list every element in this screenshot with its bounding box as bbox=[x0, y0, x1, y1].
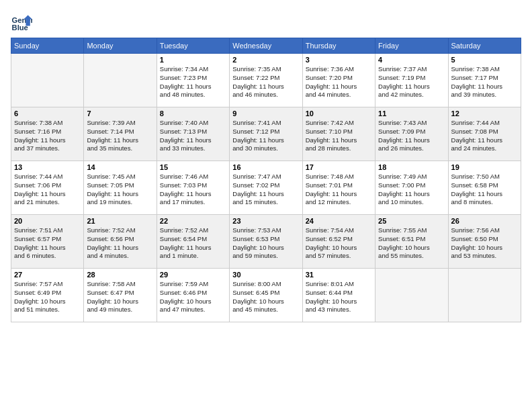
calendar-cell: 29Sunrise: 7:59 AM Sunset: 6:46 PM Dayli… bbox=[157, 269, 229, 322]
day-number: 12 bbox=[451, 109, 518, 118]
day-number: 16 bbox=[232, 163, 299, 171]
day-info: Sunrise: 7:46 AM Sunset: 7:03 PM Dayligh… bbox=[160, 173, 226, 207]
day-info: Sunrise: 7:56 AM Sunset: 6:50 PM Dayligh… bbox=[451, 226, 518, 261]
day-info: Sunrise: 7:52 AM Sunset: 6:54 PM Dayligh… bbox=[160, 226, 226, 261]
day-number: 27 bbox=[14, 271, 81, 279]
day-info: Sunrise: 7:54 AM Sunset: 6:52 PM Dayligh… bbox=[306, 226, 372, 261]
day-info: Sunrise: 7:34 AM Sunset: 7:23 PM Dayligh… bbox=[160, 65, 226, 99]
calendar-header-row: SundayMondayTuesdayWednesdayThursdayFrid… bbox=[11, 38, 521, 54]
day-number: 28 bbox=[87, 271, 153, 279]
day-header-tuesday: Tuesday bbox=[157, 38, 229, 54]
day-info: Sunrise: 7:50 AM Sunset: 6:58 PM Dayligh… bbox=[451, 173, 518, 207]
calendar-cell bbox=[448, 269, 521, 322]
calendar-cell: 31Sunrise: 8:01 AM Sunset: 6:44 PM Dayli… bbox=[302, 269, 375, 322]
day-number: 11 bbox=[378, 109, 445, 118]
day-header-saturday: Saturday bbox=[448, 38, 521, 54]
day-number: 8 bbox=[160, 109, 226, 118]
day-header-sunday: Sunday bbox=[11, 38, 84, 54]
day-info: Sunrise: 7:44 AM Sunset: 7:08 PM Dayligh… bbox=[451, 119, 518, 153]
calendar-cell: 6Sunrise: 7:38 AM Sunset: 7:16 PM Daylig… bbox=[11, 107, 84, 161]
day-number: 10 bbox=[306, 109, 372, 118]
day-info: Sunrise: 7:45 AM Sunset: 7:05 PM Dayligh… bbox=[87, 173, 153, 207]
calendar-cell: 24Sunrise: 7:54 AM Sunset: 6:52 PM Dayli… bbox=[302, 215, 375, 269]
day-info: Sunrise: 7:59 AM Sunset: 6:46 PM Dayligh… bbox=[160, 280, 226, 314]
calendar-cell: 9Sunrise: 7:41 AM Sunset: 7:12 PM Daylig… bbox=[230, 107, 302, 161]
calendar-cell: 13Sunrise: 7:44 AM Sunset: 7:06 PM Dayli… bbox=[11, 161, 84, 215]
calendar-cell: 11Sunrise: 7:43 AM Sunset: 7:09 PM Dayli… bbox=[375, 107, 448, 161]
day-info: Sunrise: 7:52 AM Sunset: 6:56 PM Dayligh… bbox=[87, 226, 153, 261]
calendar-cell: 5Sunrise: 7:38 AM Sunset: 7:17 PM Daylig… bbox=[448, 54, 521, 107]
day-number: 30 bbox=[232, 271, 299, 279]
day-number: 1 bbox=[160, 56, 226, 64]
day-number: 23 bbox=[232, 217, 299, 225]
day-info: Sunrise: 7:39 AM Sunset: 7:14 PM Dayligh… bbox=[87, 119, 153, 153]
calendar-cell: 30Sunrise: 8:00 AM Sunset: 6:45 PM Dayli… bbox=[230, 269, 302, 322]
calendar-cell: 10Sunrise: 7:42 AM Sunset: 7:10 PM Dayli… bbox=[302, 107, 375, 161]
calendar-cell: 28Sunrise: 7:58 AM Sunset: 6:47 PM Dayli… bbox=[84, 269, 157, 322]
day-header-wednesday: Wednesday bbox=[230, 38, 302, 54]
calendar-cell: 7Sunrise: 7:39 AM Sunset: 7:14 PM Daylig… bbox=[84, 107, 157, 161]
calendar-week-row: 13Sunrise: 7:44 AM Sunset: 7:06 PM Dayli… bbox=[11, 161, 521, 215]
calendar-cell: 12Sunrise: 7:44 AM Sunset: 7:08 PM Dayli… bbox=[448, 107, 521, 161]
day-number: 15 bbox=[160, 163, 226, 171]
day-number: 26 bbox=[451, 217, 518, 225]
day-info: Sunrise: 8:01 AM Sunset: 6:44 PM Dayligh… bbox=[306, 280, 372, 314]
calendar-cell: 26Sunrise: 7:56 AM Sunset: 6:50 PM Dayli… bbox=[448, 215, 521, 269]
day-number: 9 bbox=[232, 109, 299, 118]
day-number: 4 bbox=[378, 56, 445, 64]
calendar-cell: 1Sunrise: 7:34 AM Sunset: 7:23 PM Daylig… bbox=[157, 54, 229, 107]
calendar-cell: 25Sunrise: 7:55 AM Sunset: 6:51 PM Dayli… bbox=[375, 215, 448, 269]
day-number: 18 bbox=[378, 163, 445, 171]
calendar-table: SundayMondayTuesdayWednesdayThursdayFrid… bbox=[11, 38, 521, 322]
day-info: Sunrise: 7:38 AM Sunset: 7:16 PM Dayligh… bbox=[14, 119, 81, 153]
day-number: 21 bbox=[87, 217, 153, 225]
calendar-cell: 15Sunrise: 7:46 AM Sunset: 7:03 PM Dayli… bbox=[157, 161, 229, 215]
calendar-week-row: 27Sunrise: 7:57 AM Sunset: 6:49 PM Dayli… bbox=[11, 269, 521, 322]
day-info: Sunrise: 7:37 AM Sunset: 7:19 PM Dayligh… bbox=[378, 65, 445, 99]
day-info: Sunrise: 7:48 AM Sunset: 7:01 PM Dayligh… bbox=[306, 173, 372, 207]
calendar-week-row: 20Sunrise: 7:51 AM Sunset: 6:57 PM Dayli… bbox=[11, 215, 521, 269]
calendar-cell: 23Sunrise: 7:53 AM Sunset: 6:53 PM Dayli… bbox=[230, 215, 302, 269]
calendar-cell: 14Sunrise: 7:45 AM Sunset: 7:05 PM Dayli… bbox=[84, 161, 157, 215]
day-number: 24 bbox=[306, 217, 372, 225]
day-header-friday: Friday bbox=[375, 38, 448, 54]
calendar-cell bbox=[11, 54, 84, 107]
calendar-cell: 3Sunrise: 7:36 AM Sunset: 7:20 PM Daylig… bbox=[302, 54, 375, 107]
day-number: 20 bbox=[14, 217, 81, 225]
svg-text:Blue: Blue bbox=[12, 24, 28, 32]
logo: General Blue bbox=[11, 11, 35, 32]
day-number: 3 bbox=[306, 56, 372, 64]
calendar-week-row: 1Sunrise: 7:34 AM Sunset: 7:23 PM Daylig… bbox=[11, 54, 521, 107]
calendar-cell: 4Sunrise: 7:37 AM Sunset: 7:19 PM Daylig… bbox=[375, 54, 448, 107]
calendar-cell: 21Sunrise: 7:52 AM Sunset: 6:56 PM Dayli… bbox=[84, 215, 157, 269]
day-info: Sunrise: 8:00 AM Sunset: 6:45 PM Dayligh… bbox=[232, 280, 299, 314]
calendar-cell: 22Sunrise: 7:52 AM Sunset: 6:54 PM Dayli… bbox=[157, 215, 229, 269]
day-info: Sunrise: 7:43 AM Sunset: 7:09 PM Dayligh… bbox=[378, 119, 445, 153]
day-number: 6 bbox=[14, 109, 81, 118]
calendar-cell: 16Sunrise: 7:47 AM Sunset: 7:02 PM Dayli… bbox=[230, 161, 302, 215]
calendar-cell bbox=[375, 269, 448, 322]
day-info: Sunrise: 7:53 AM Sunset: 6:53 PM Dayligh… bbox=[232, 226, 299, 261]
day-info: Sunrise: 7:55 AM Sunset: 6:51 PM Dayligh… bbox=[378, 226, 445, 261]
day-info: Sunrise: 7:47 AM Sunset: 7:02 PM Dayligh… bbox=[232, 173, 299, 207]
page-header: General Blue bbox=[11, 11, 521, 32]
calendar-cell bbox=[84, 54, 157, 107]
day-info: Sunrise: 7:40 AM Sunset: 7:13 PM Dayligh… bbox=[160, 119, 226, 153]
day-header-thursday: Thursday bbox=[302, 38, 375, 54]
calendar-cell: 20Sunrise: 7:51 AM Sunset: 6:57 PM Dayli… bbox=[11, 215, 84, 269]
calendar-cell: 8Sunrise: 7:40 AM Sunset: 7:13 PM Daylig… bbox=[157, 107, 229, 161]
day-number: 25 bbox=[378, 217, 445, 225]
day-info: Sunrise: 7:42 AM Sunset: 7:10 PM Dayligh… bbox=[306, 119, 372, 153]
day-info: Sunrise: 7:41 AM Sunset: 7:12 PM Dayligh… bbox=[232, 119, 299, 153]
day-number: 17 bbox=[306, 163, 372, 171]
calendar-cell: 2Sunrise: 7:35 AM Sunset: 7:22 PM Daylig… bbox=[230, 54, 302, 107]
day-info: Sunrise: 7:58 AM Sunset: 6:47 PM Dayligh… bbox=[87, 280, 153, 314]
day-info: Sunrise: 7:38 AM Sunset: 7:17 PM Dayligh… bbox=[451, 65, 518, 99]
calendar-cell: 27Sunrise: 7:57 AM Sunset: 6:49 PM Dayli… bbox=[11, 269, 84, 322]
day-info: Sunrise: 7:51 AM Sunset: 6:57 PM Dayligh… bbox=[14, 226, 81, 261]
day-number: 22 bbox=[160, 217, 226, 225]
day-info: Sunrise: 7:36 AM Sunset: 7:20 PM Dayligh… bbox=[306, 65, 372, 99]
calendar-cell: 19Sunrise: 7:50 AM Sunset: 6:58 PM Dayli… bbox=[448, 161, 521, 215]
day-number: 13 bbox=[14, 163, 81, 171]
day-number: 19 bbox=[451, 163, 518, 171]
